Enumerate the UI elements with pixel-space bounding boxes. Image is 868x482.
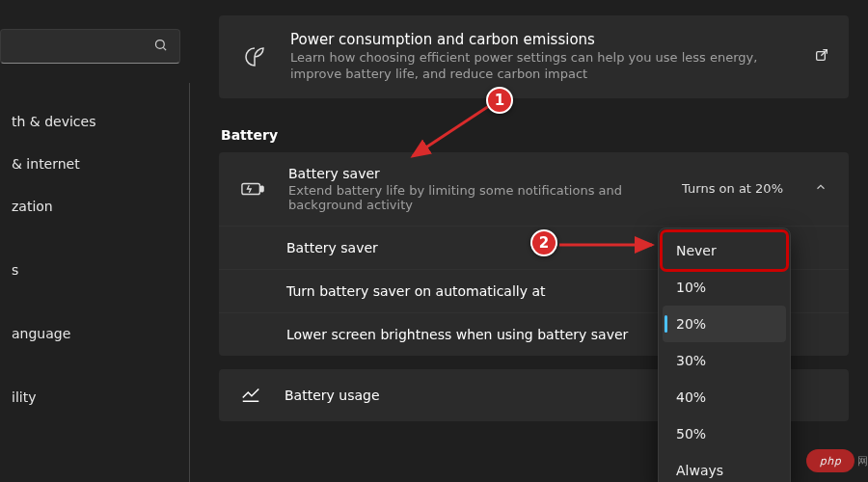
- search-icon: [153, 38, 168, 56]
- power-card-desc: Learn how choosing efficient power setti…: [290, 50, 791, 83]
- sidebar-item-label: zation: [12, 199, 53, 214]
- battery-saver-row[interactable]: Battery saver Extend battery life by lim…: [219, 152, 849, 227]
- dropdown-option[interactable]: 10%: [663, 269, 786, 306]
- battery-saver-title: Battery saver: [288, 166, 659, 181]
- svg-point-0: [156, 40, 165, 48]
- leaf-icon: [242, 45, 267, 68]
- battery-saver-status: Turns on at 20%: [682, 181, 783, 196]
- power-emissions-card[interactable]: Power consumption and carbon emissions L…: [219, 15, 849, 98]
- battery-usage-title: Battery usage: [285, 388, 380, 403]
- battery-section-header: Battery: [221, 127, 849, 143]
- svg-rect-4: [260, 186, 263, 192]
- sidebar-item-language[interactable]: anguage: [0, 314, 183, 353]
- chevron-up-icon: [814, 179, 827, 198]
- sidebar-item-label: & internet: [12, 156, 80, 172]
- dropdown-option[interactable]: 20%: [663, 306, 786, 342]
- sidebar-item-label: anguage: [12, 326, 70, 341]
- open-external-icon: [814, 47, 829, 67]
- annotation-bubble-2: 2: [530, 229, 557, 256]
- dropdown-option[interactable]: Always: [663, 452, 786, 482]
- auto-threshold-dropdown[interactable]: Never10%20%30%40%50%Always: [658, 228, 791, 482]
- svg-line-1: [163, 47, 166, 50]
- sidebar-nav: th & devices & internet zation s anguage…: [0, 83, 190, 482]
- search-input[interactable]: [0, 29, 180, 64]
- battery-saver-icon: [240, 180, 265, 198]
- sidebar-item-apps[interactable]: s: [0, 251, 183, 289]
- dropdown-option[interactable]: 40%: [663, 379, 786, 415]
- dropdown-option[interactable]: Never: [663, 232, 786, 269]
- sidebar: th & devices & internet zation s anguage…: [0, 0, 190, 482]
- sidebar-item-label: th & devices: [12, 114, 95, 129]
- dropdown-option[interactable]: 50%: [663, 415, 786, 452]
- dropdown-option[interactable]: 30%: [663, 342, 786, 379]
- sidebar-item-accessibility[interactable]: ility: [0, 378, 183, 416]
- battery-saver-desc: Extend battery life by limiting some not…: [288, 183, 659, 212]
- power-card-title: Power consumption and carbon emissions: [290, 31, 791, 48]
- sidebar-item-label: ility: [12, 389, 36, 405]
- sidebar-item-label: s: [12, 262, 18, 278]
- chart-icon: [240, 383, 261, 408]
- sidebar-item-personalization[interactable]: zation: [0, 187, 183, 226]
- annotation-bubble-1: 1: [486, 87, 513, 114]
- sidebar-item-network[interactable]: & internet: [0, 145, 183, 183]
- watermark-text: 网: [857, 454, 868, 469]
- watermark-badge: php: [806, 449, 854, 472]
- sidebar-item-devices[interactable]: th & devices: [0, 102, 183, 141]
